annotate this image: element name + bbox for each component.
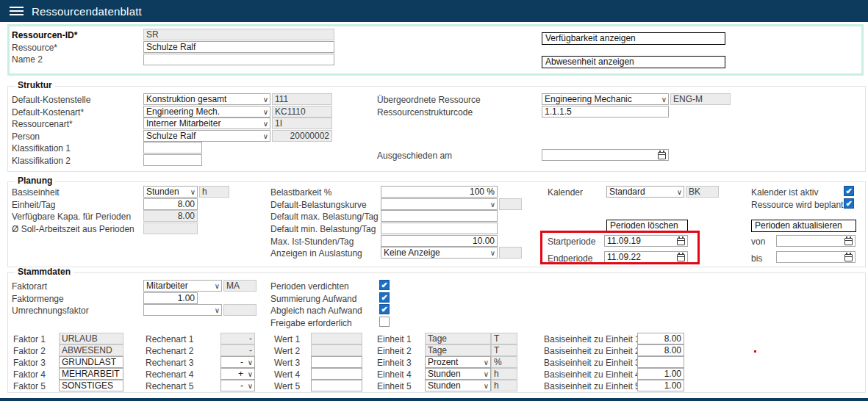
verfuegbare-kapa-field: 8.00 [143,210,198,222]
max-belastung-field[interactable] [381,210,498,222]
umrechnungsfaktor-select[interactable]: ∨ [143,304,222,316]
show-absence-button[interactable]: Abwesenheit anzeigen [542,56,725,68]
ausgeschieden-am-label: Ausgeschieden am [377,151,452,161]
max-ist-stunden-label: Max. Ist-Stunden/Tag [270,237,354,247]
ressourcenstrukturcode-label: Ressourcenstrukturcode [377,108,473,118]
kalender-code: BK [686,186,719,198]
einheit-tag-field[interactable]: 8.00 [143,198,198,210]
basiseinheit2-field[interactable]: 8.00 [637,344,684,356]
faktor5-label: Faktor 5 [13,382,46,391]
einheit4-select[interactable]: Stunden ∨ [425,368,491,380]
bis-date-field[interactable] [776,251,856,263]
calendar-icon[interactable] [844,254,853,261]
perioden-loeschen-button[interactable]: Perioden löschen [606,220,688,232]
einheit-tag-label: Einheit/Tag [12,201,55,210]
abgleich-aufwand-checkbox[interactable]: ✔ [379,304,390,314]
einheit5-select[interactable]: Stunden ∨ [425,380,491,391]
belastbarkeit-field[interactable]: 100 % [381,186,498,198]
rechenart3-select[interactable]: - ∨ [220,356,255,368]
ressourcenart-code: 1I [272,118,332,129]
einheit2-field: Tage [425,344,491,356]
min-belastung-field[interactable] [381,223,498,234]
rechenart5-select[interactable]: - ∨ [220,380,255,391]
perioden-aktualisieren-button[interactable]: Perioden aktualisieren [751,220,856,232]
basiseinheit3-label: Basiseinheit zu Einheit 3 [544,358,640,368]
faktor2-label: Faktor 2 [13,347,46,356]
max-ist-stunden-field[interactable]: 10.00 [381,235,498,247]
chevron-down-icon: ∨ [677,187,682,198]
basiseinheit1-field[interactable]: 8.00 [637,333,684,344]
belastungskurve-select[interactable]: ∨ [381,198,498,210]
von-date-field[interactable] [776,235,856,247]
endperiode-date-field[interactable]: 11.09.22 [604,251,688,263]
kalender-select[interactable]: Standard ∨ [606,186,684,198]
calendar-icon[interactable] [677,254,685,261]
wert2-field [311,344,362,356]
ausgeschieden-am-date-field[interactable] [542,149,669,161]
soll-arbeitszeit-label: Ø Soll-Arbeitszeit aus Perioden [12,225,134,234]
perioden-verdichten-label: Perioden verdichten [270,282,349,292]
select-value: + [238,369,243,379]
basiseinheit5-field[interactable]: 1.00 [637,380,684,391]
basiseinheit2-label: Basiseinheit zu Einheit 2 [544,347,640,356]
wert5-field[interactable] [311,380,362,391]
ressourcenstrukturcode-field[interactable]: 1.1.1.5 [542,106,669,118]
faktor5-field[interactable]: SONSTIGES [59,380,123,391]
einheit1-code: T [491,333,517,344]
chevron-down-icon: ∨ [215,281,220,292]
name2-field[interactable] [143,54,334,65]
faktorart-select[interactable]: Mitarbeiter ∨ [143,280,222,292]
ressource-beplant-checkbox[interactable]: ✔ [844,198,854,209]
ressourcenart-select[interactable]: Interner Mitarbeiter ∨ [143,118,270,129]
wert1-field [311,333,362,344]
person-select[interactable]: Schulze Ralf ∨ [143,130,270,142]
kalender-aktiv-checkbox[interactable]: ✔ [844,186,854,196]
anzeigen-auslastung-select[interactable]: Keine Anzeige ∨ [381,247,498,259]
anzeigen-auslastung-label: Anzeigen in Auslastung [270,249,362,259]
einheit4-label: Einheit 4 [377,370,412,380]
summierung-aufwand-checkbox[interactable]: ✔ [379,292,390,303]
default-kostenart-select[interactable]: Engineering Mech. ∨ [143,106,270,118]
perioden-verdichten-checkbox[interactable]: ✔ [379,280,390,290]
wert4-field[interactable] [311,368,362,380]
basiseinheit3-field[interactable] [637,356,684,368]
rechenart4-select[interactable]: + ∨ [220,368,255,380]
basiseinheit4-field[interactable]: 1.00 [637,368,684,380]
klassifikation1-field[interactable] [143,142,202,153]
check-icon: ✔ [380,293,389,303]
einheit2-label: Einheit 2 [377,347,412,356]
basiseinheit-select[interactable]: Stunden ∨ [143,186,198,198]
klassifikation2-field[interactable] [143,154,202,166]
calendar-icon[interactable] [658,152,666,159]
default-kostenstelle-select[interactable]: Konstruktion gesamt ∨ [143,93,270,105]
rechenart1-label: Rechenart 1 [146,335,193,344]
calendar-icon[interactable] [677,238,685,245]
ressource-beplant-label: Ressource wird beplant [751,201,843,210]
ressourcendatenblatt-page: Ressourcendatenblatt Ressourcen-ID* SR R… [0,0,868,401]
wert4-label: Wert 4 [274,370,300,380]
einheit3-select[interactable]: Prozent ∨ [425,356,491,368]
chevron-down-icon: ∨ [484,380,489,391]
chevron-down-icon: ∨ [490,199,495,210]
resource-field[interactable]: Schulze Ralf [143,41,334,53]
belastungskurve-label: Default-Belastungskurve [270,201,367,210]
faktormenge-field[interactable]: 1.00 [143,292,198,304]
faktor1-field: URLAUB [59,333,123,344]
select-value: - [240,380,243,391]
chevron-down-icon: ∨ [190,187,196,198]
startperiode-date-field[interactable]: 11.09.19 [604,235,688,247]
freigabe-erforderlich-checkbox[interactable]: ✔ [379,317,390,327]
uebergeordnete-ressource-select[interactable]: Engineering Mechanic ∨ [542,93,669,105]
show-availability-button[interactable]: Verfügbarkeit anzeigen [542,32,725,45]
chevron-down-icon: ∨ [248,369,253,380]
rechenart4-label: Rechenart 4 [146,370,193,380]
ressourcenart-label: Ressourcenart* [12,120,73,129]
chevron-down-icon: ∨ [661,94,667,105]
faktor3-field[interactable]: GRUNDLAST [59,356,123,368]
chevron-down-icon: ∨ [263,106,268,118]
faktor4-field[interactable]: MEHRARBEIT [59,368,123,380]
calendar-icon[interactable] [844,238,853,245]
hamburger-menu-icon[interactable] [10,7,24,16]
basiseinheit5-label: Basiseinheit zu Einheit 5 [544,382,640,391]
wert3-field[interactable] [311,356,362,368]
